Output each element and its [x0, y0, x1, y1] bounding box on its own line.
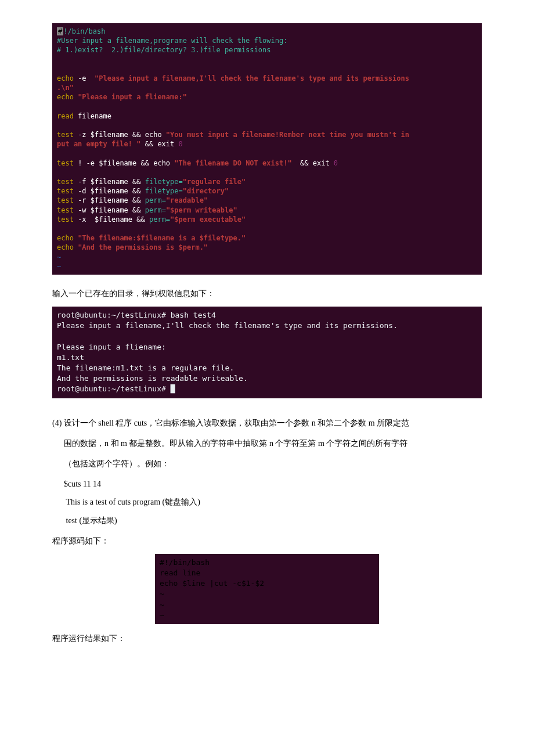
read-keyword: read: [160, 568, 178, 577]
var: filename: [74, 112, 111, 120]
tilde-line: ~: [57, 262, 61, 271]
string: "directory": [183, 187, 229, 195]
cut-arg: -c$1-$2: [228, 579, 264, 588]
term-line: And the permissions is readable writeabl…: [57, 374, 248, 383]
comment-line: #User input a filename,programe will che…: [57, 37, 287, 45]
assign: perm=: [145, 215, 170, 224]
example-input-zh: 键盘输入: [165, 498, 197, 506]
example-input-en: This is a test of cuts program (: [66, 498, 165, 506]
string: "You must input a filename!Rember next t…: [162, 131, 409, 139]
string: "$perm writeable": [166, 206, 237, 214]
example-output-zh: 显示结果: [82, 516, 114, 525]
and-op: &&: [136, 215, 145, 224]
pipe-cut: |cut: [210, 579, 228, 588]
section-4-title: (4) 设计一个 shell 程序 cuts，它由标准输入读取数据，获取由第一个…: [52, 416, 482, 430]
string: "The filename DO NOT exist!": [170, 159, 296, 167]
string: "The filename:$filename is a $filetype.": [74, 234, 246, 242]
source-code-label: 程序源码如下：: [52, 534, 482, 548]
cursor: █: [171, 384, 175, 393]
test-keyword: test: [57, 178, 74, 186]
assign: perm=: [141, 196, 166, 204]
term-line: root@ubuntu:~/testLinux# bash test4: [57, 311, 216, 319]
test-arg: -x $filename: [74, 215, 136, 224]
string: "$perm executable": [170, 215, 246, 224]
tilde-line: ~: [160, 589, 164, 598]
test-arg: -e $filename: [82, 159, 140, 167]
and-exit: && exit: [296, 159, 330, 167]
and-echo: && echo: [141, 159, 171, 167]
and-op: &&: [132, 187, 140, 195]
assign: perm=: [141, 206, 166, 214]
assign: filetype=: [141, 187, 183, 195]
test-keyword: test: [57, 187, 74, 195]
string: .\n": [57, 84, 74, 92]
paragraph-result-intro: 输入一个已存在的目录，得到权限信息如下：: [52, 286, 482, 301]
comment-line: # 1.)exist? 2.)file/directory? 3.)file p…: [57, 46, 270, 54]
echo-keyword: echo: [57, 243, 74, 251]
echo-keyword: echo: [57, 74, 74, 82]
num: 0: [330, 159, 338, 167]
example-input-paren: ): [197, 498, 200, 506]
and-op: &&: [132, 206, 140, 214]
read-keyword: read: [57, 112, 74, 120]
terminal-output-test4: root@ubuntu:~/testLinux# bash test4 Plea…: [52, 307, 482, 398]
test-keyword: test: [57, 206, 74, 214]
example-cuts-cmd: $cuts 11 14: [64, 477, 482, 491]
test-arg: -r $filename: [74, 196, 132, 204]
term-line: Please input a filename,I'll check the f…: [57, 321, 398, 330]
test-arg: -f $filename: [74, 178, 132, 186]
string: "Please input a fliename:": [74, 93, 187, 101]
echo-keyword: echo: [57, 93, 74, 101]
and-op: &&: [132, 196, 140, 204]
shebang: !/bin/bash: [164, 558, 210, 567]
term-line: m1.txt: [57, 353, 84, 362]
term-line: root@ubuntu:~/testLinux#: [57, 384, 171, 393]
hash-char: #: [160, 558, 164, 567]
echo-flag: -e: [74, 74, 95, 82]
code-block-test4: #!/bin/bash #User input a filename,progr…: [52, 23, 482, 275]
shebang: !/bin/bash: [63, 27, 105, 35]
tilde-line: ~: [57, 253, 61, 261]
var: line: [178, 568, 200, 577]
example-input: This is a test of cuts program (键盘输入): [64, 495, 482, 509]
term-line: Please input a fliename:: [57, 343, 166, 351]
string: "Please input a filename,I'll check the …: [95, 74, 409, 82]
num: 0: [174, 140, 182, 148]
section-4-line1: (4) 设计一个 shell 程序 cuts，它由标准输入读取数据，获取由第一个…: [52, 419, 409, 427]
echo-keyword: echo: [57, 234, 74, 242]
string: "readable": [166, 196, 208, 204]
and-exit: && exit: [141, 140, 175, 148]
and-op: &&: [132, 178, 140, 186]
code-block-cuts: #!/bin/bash read line echo $line |cut -c…: [155, 554, 379, 624]
test-arg: -d $filename: [74, 187, 132, 195]
run-result-label: 程序运行结果如下：: [52, 631, 482, 646]
tilde-line: ~: [160, 600, 164, 609]
test-keyword: test: [57, 215, 74, 224]
term-line: The filename:m1.txt is a regulare file.: [57, 363, 234, 372]
test-keyword: test: [57, 131, 74, 139]
and-echo: && echo: [132, 131, 162, 139]
string: "regulare file": [183, 178, 246, 186]
string: put an empty file! ": [57, 140, 141, 148]
test-keyword: test: [57, 196, 74, 204]
bang: !: [74, 159, 82, 167]
assign: filetype=: [141, 178, 183, 186]
hash-char: #: [57, 27, 63, 35]
example-output-en: test (: [66, 516, 82, 525]
tilde-line: ~: [160, 611, 164, 620]
test-arg: -z $filename: [74, 131, 132, 139]
section-4-line3: （包括这两个字符）。例如：: [52, 456, 482, 471]
echo-keyword: echo: [160, 579, 178, 588]
string: "And the permissions is $perm.": [74, 243, 208, 251]
test-arg: -w $filename: [74, 206, 132, 214]
test-keyword: test: [57, 159, 74, 167]
example-output-paren: ): [114, 516, 117, 525]
example-output: test (显示结果): [64, 513, 482, 528]
section-4-line2: 围的数据，n 和 m 都是整数。即从输入的字符串中抽取第 n 个字符至第 m 个…: [52, 436, 482, 451]
var-ref: $line: [178, 579, 210, 588]
